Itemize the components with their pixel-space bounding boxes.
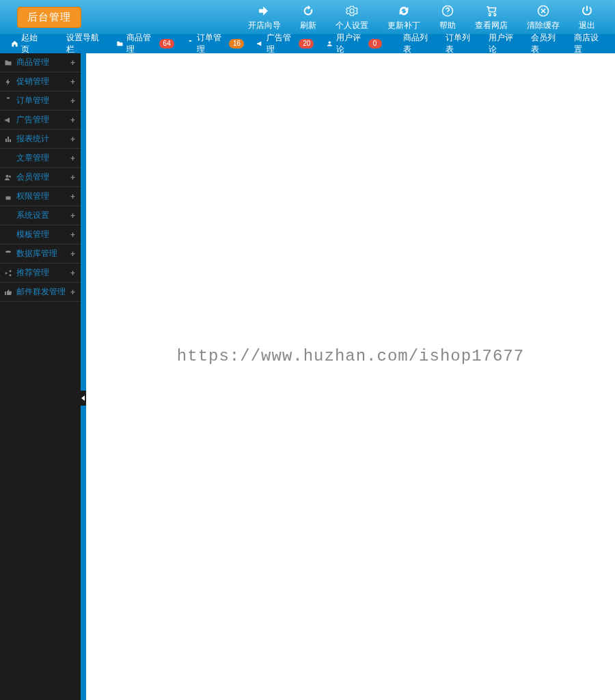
nav-link-0[interactable]: 商品列表 — [399, 34, 437, 53]
megaphone-icon — [256, 40, 264, 48]
sidebar-item-label: 会员管理 — [16, 171, 66, 183]
expand-icon: + — [70, 288, 75, 297]
expand-icon: + — [70, 154, 75, 163]
lines-icon — [4, 154, 12, 163]
mail-icon — [4, 212, 12, 220]
sidebar-item-9[interactable]: 模板管理+ — [0, 225, 81, 244]
refresh-icon — [302, 3, 314, 18]
nav-link-3[interactable]: 会员列表 — [527, 34, 565, 53]
expand-icon: + — [70, 249, 75, 259]
nav-link-label: 商店设置 — [574, 32, 604, 55]
sidebar-item-label: 广告管理 — [16, 114, 66, 126]
nav-tab-label: 商品管理 — [126, 32, 156, 55]
clipboard-icon — [187, 40, 194, 48]
lock-icon — [4, 193, 12, 201]
expand-icon: + — [70, 173, 75, 182]
nav-tab-0[interactable]: 起始页 — [7, 34, 48, 53]
sidebar-item-label: 促销管理 — [16, 76, 66, 87]
user-icon — [326, 40, 333, 48]
nav-tab-3[interactable]: 订单管理16 — [182, 34, 248, 53]
header-tool-7[interactable]: 退出 — [569, 3, 605, 31]
header-tool-6[interactable]: 清除缓存 — [517, 3, 569, 31]
gear-icon — [346, 3, 358, 18]
header-tool-5[interactable]: 查看网店 — [465, 3, 517, 31]
arrow-forward-icon — [258, 3, 271, 18]
template-icon — [4, 231, 12, 239]
nav-tab-label: 起始页 — [21, 32, 44, 55]
nav-link-label: 会员列表 — [531, 32, 561, 55]
sidebar-item-label: 权限管理 — [16, 191, 66, 202]
sidebar-item-8[interactable]: 系统设置+ — [0, 206, 81, 225]
header-tool-3[interactable]: 更新补丁 — [378, 3, 430, 31]
header-tool-0[interactable]: 开店向导 — [238, 3, 290, 31]
nav-tab-label: 用户评论 — [336, 32, 366, 55]
config-icon — [56, 40, 64, 48]
logo-button[interactable]: 后台管理 — [17, 7, 81, 28]
nav-tab-label: 广告管理 — [266, 32, 296, 55]
nav-badge: 0 — [368, 39, 382, 48]
expand-icon: + — [70, 115, 75, 125]
sidebar-item-label: 商品管理 — [16, 57, 66, 68]
home-icon — [11, 40, 18, 48]
sidebar-item-4[interactable]: 报表统计+ — [0, 130, 81, 149]
nav-link-4[interactable]: 商店设置 — [570, 34, 608, 53]
sidebar-item-1[interactable]: 促销管理+ — [0, 72, 81, 92]
sidebar-item-label: 推荐管理 — [16, 267, 66, 279]
sidebar-item-label: 数据库管理 — [16, 248, 66, 260]
users-icon — [4, 173, 12, 182]
nav-link-2[interactable]: 用户评论 — [484, 34, 523, 53]
header-tools: 开店向导刷新个人设置更新补丁帮助查看网店清除缓存退出 — [238, 3, 605, 31]
header-tool-2[interactable]: 个人设置 — [326, 3, 378, 31]
expand-icon: + — [70, 58, 75, 68]
help-icon — [441, 3, 454, 18]
nav-tab-1[interactable]: 设置导航栏 — [52, 34, 108, 53]
expand-icon: + — [70, 135, 75, 144]
header-tool-label: 清除缓存 — [527, 20, 560, 31]
sidebar-item-label: 模板管理 — [16, 229, 66, 240]
header-tool-4[interactable]: 帮助 — [430, 3, 465, 31]
cart-icon — [485, 3, 497, 18]
thumb-icon — [4, 288, 12, 296]
sidebar-item-12[interactable]: 邮件群发管理+ — [0, 283, 81, 302]
sidebar-item-10[interactable]: 数据库管理+ — [0, 244, 81, 264]
header-tool-1[interactable]: 刷新 — [290, 3, 326, 31]
sync-icon — [398, 3, 410, 18]
nav-bar: 起始页设置导航栏商品管理64订单管理16广告管理20用户评论0商品列表订单列表用… — [0, 34, 615, 53]
nav-link-label: 商品列表 — [403, 32, 433, 55]
database-icon — [4, 250, 12, 258]
header-tool-label: 退出 — [579, 20, 595, 31]
sidebar-item-5[interactable]: 文章管理+ — [0, 149, 81, 168]
header-tool-label: 开店向导 — [248, 20, 281, 31]
header-tool-label: 刷新 — [300, 20, 316, 31]
nav-tab-4[interactable]: 广告管理20 — [252, 34, 318, 53]
nav-tab-5[interactable]: 用户评论0 — [322, 34, 385, 53]
expand-icon: + — [70, 230, 75, 240]
header-tool-label: 帮助 — [439, 20, 456, 31]
sidebar: 商品管理+促销管理+订单管理+广告管理+报表统计+文章管理+会员管理+权限管理+… — [0, 53, 81, 700]
top-header: 后台管理 开店向导刷新个人设置更新补丁帮助查看网店清除缓存退出 — [0, 0, 615, 34]
sidebar-item-3[interactable]: 广告管理+ — [0, 111, 81, 130]
sidebar-item-7[interactable]: 权限管理+ — [0, 187, 81, 206]
sidebar-collapse-handle[interactable] — [79, 391, 86, 406]
sidebar-item-0[interactable]: 商品管理+ — [0, 53, 81, 72]
header-tool-label: 个人设置 — [336, 20, 368, 31]
content-divider-strip — [81, 53, 86, 700]
nav-badge: 64 — [159, 39, 174, 48]
sidebar-item-11[interactable]: 推荐管理+ — [0, 264, 81, 283]
sidebar-item-2[interactable]: 订单管理+ — [0, 92, 81, 111]
expand-icon: + — [70, 268, 75, 278]
megaphone-icon — [4, 116, 12, 124]
clear-icon — [537, 3, 549, 18]
sidebar-item-label: 报表统计 — [16, 133, 66, 145]
nav-badge: 20 — [299, 39, 314, 48]
clipboard-icon — [4, 97, 12, 105]
nav-tab-2[interactable]: 商品管理64 — [112, 34, 178, 53]
nav-link-1[interactable]: 订单列表 — [441, 34, 480, 53]
watermark-text: https://www.huzhan.com/ishop17677 — [177, 347, 524, 365]
nav-link-label: 用户评论 — [489, 32, 519, 55]
expand-icon: + — [70, 96, 75, 106]
nav-link-label: 订单列表 — [446, 32, 476, 55]
expand-icon: + — [70, 192, 75, 201]
expand-icon: + — [70, 211, 75, 221]
sidebar-item-6[interactable]: 会员管理+ — [0, 168, 81, 187]
